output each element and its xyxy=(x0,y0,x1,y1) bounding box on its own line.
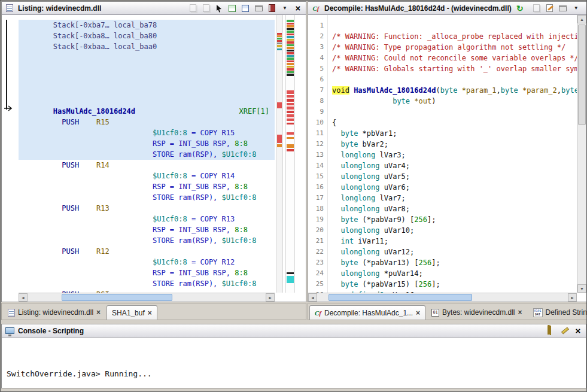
scroll-lock-icon[interactable] xyxy=(547,326,556,336)
marker-margin[interactable] xyxy=(276,15,283,293)
overview-marker[interactable] xyxy=(287,34,294,35)
overview-marker[interactable] xyxy=(287,68,294,71)
decompiler-line[interactable]: /* WARNING: Function: _alloca_probe repl… xyxy=(332,31,577,42)
printer-icon[interactable] xyxy=(254,4,263,13)
listing-line[interactable]: RSP = INT_SUB RSP, 8:8 xyxy=(19,268,275,278)
overview-marker[interactable] xyxy=(277,35,282,37)
listing-line[interactable]: PUSH R15 xyxy=(19,117,275,127)
overview-marker[interactable] xyxy=(277,102,282,108)
decompiler-line[interactable]: /* WARNING: Globals starting with '_' ov… xyxy=(332,63,577,74)
listing-line[interactable]: STORE ram(RSP), $U1cf0:8 xyxy=(19,192,275,203)
snapshot-view-icon[interactable] xyxy=(241,4,250,13)
decompiler-line[interactable]: longlong lVar7; xyxy=(332,193,577,203)
overview-marker[interactable] xyxy=(277,144,282,147)
dropdown-icon[interactable]: ▼ xyxy=(280,4,290,13)
decompiler-vscrollbar[interactable]: ▲ ▼ xyxy=(577,15,586,293)
scroll-left-icon[interactable]: ◄ xyxy=(19,293,28,302)
book-toc-icon[interactable] xyxy=(267,4,276,13)
scroll-left-icon[interactable]: ◄ xyxy=(308,293,317,302)
tab-close-icon[interactable]: × xyxy=(416,309,420,317)
edit-icon[interactable] xyxy=(545,4,555,13)
listing-line[interactable]: Stack[-0xbaa… local_baa0 xyxy=(19,41,275,52)
decompiler-line[interactable]: ulonglong uVar8; xyxy=(332,203,577,214)
listing-view[interactable]: Stack[-0xba7… local_ba78 Stack[-0xba8… l… xyxy=(2,15,306,293)
tab-sha1-buf[interactable]: SHA1_buf × xyxy=(107,305,157,320)
decompiler-line[interactable]: byte *out) xyxy=(332,96,577,107)
copy-icon[interactable] xyxy=(532,4,542,13)
overview-marker[interactable] xyxy=(287,103,294,105)
overview-marker[interactable] xyxy=(287,276,294,283)
tab-defined-strings[interactable]: 0101DAT Defined Strin xyxy=(528,305,587,320)
decompiler-line[interactable]: int iVar11; xyxy=(332,236,577,247)
overview-marker[interactable] xyxy=(287,25,294,28)
overview-marker[interactable] xyxy=(287,149,294,151)
listing-line[interactable]: STORE ram(RSP), $U1cf0:8 xyxy=(19,149,275,160)
close-icon[interactable]: × xyxy=(573,326,583,336)
tab-listing[interactable]: Listing: widevinecdm.dll × xyxy=(3,305,105,320)
scroll-down-icon[interactable]: ▼ xyxy=(577,284,586,293)
overview-marker[interactable] xyxy=(287,107,294,110)
decompiler-line[interactable] xyxy=(332,107,577,117)
listing-line[interactable]: RSP = INT_SUB RSP, 8:8 xyxy=(19,138,275,149)
decompiler-line[interactable]: ulonglong uVar12; xyxy=(332,247,577,257)
listing-line[interactable]: $U1cf0:8 = COPY R15 xyxy=(19,127,275,138)
overview-marker[interactable] xyxy=(277,42,282,44)
listing-line[interactable]: $U1cf0:8 = COPY R14 xyxy=(19,171,275,181)
listing-line[interactable]: $U1cf0:8 = COPY R13 xyxy=(19,214,275,224)
decompiler-line[interactable]: byte (*pabVar15) [256]; xyxy=(332,279,577,290)
decompiler-line[interactable]: { xyxy=(332,117,577,128)
listing-line[interactable]: $U1cf0:8 = COPY R12 xyxy=(19,257,275,268)
clear-console-icon[interactable] xyxy=(560,326,570,336)
overview-marker[interactable] xyxy=(287,114,294,117)
overview-marker[interactable] xyxy=(287,36,294,38)
dropdown-icon[interactable]: ▼ xyxy=(571,4,581,13)
overview-marker[interactable] xyxy=(287,52,294,54)
decompiler-line[interactable]: ulonglong uVar5; xyxy=(332,171,577,182)
diff-view-icon[interactable] xyxy=(227,4,237,13)
listing-line[interactable] xyxy=(19,52,275,63)
listing-line[interactable]: PUSH R14 xyxy=(19,160,275,171)
overview-marker[interactable] xyxy=(287,132,294,135)
decompiler-line[interactable]: ulonglong uVar10; xyxy=(332,225,577,236)
overview-marker[interactable] xyxy=(287,39,294,41)
listing-line[interactable] xyxy=(19,95,275,106)
overview-marker[interactable] xyxy=(287,63,294,65)
vscroll-thumb[interactable] xyxy=(578,25,586,125)
cursor-arrow-icon[interactable] xyxy=(214,4,224,13)
overview-marker[interactable] xyxy=(287,57,294,60)
overview-marker[interactable] xyxy=(287,47,294,49)
copy-icon[interactable] xyxy=(188,4,197,13)
hscroll-thumb[interactable] xyxy=(62,294,172,301)
overview-marker[interactable] xyxy=(287,60,294,62)
tab-decompile[interactable]: Cf Decompile: HasMulAdc_1... × xyxy=(309,305,425,320)
listing-line[interactable]: Stack[-0xba7… local_ba78 xyxy=(19,20,275,31)
scroll-right-icon[interactable]: ► xyxy=(568,293,577,302)
close-icon[interactable]: × xyxy=(585,4,586,13)
overview-marker[interactable] xyxy=(277,135,282,143)
listing-line[interactable]: RSP = INT_SUB RSP, 8:8 xyxy=(19,224,275,235)
listing-hscrollbar[interactable]: ◄ ► xyxy=(19,293,275,302)
decompiler-line[interactable] xyxy=(332,74,577,85)
overview-marker[interactable] xyxy=(287,28,294,30)
overview-marker[interactable] xyxy=(287,66,294,68)
scroll-right-icon[interactable]: ► xyxy=(266,293,275,302)
listing-code[interactable]: Stack[-0xba7… local_ba78 Stack[-0xba8… l… xyxy=(19,20,275,293)
tab-close-icon[interactable]: × xyxy=(518,308,522,317)
scroll-up-icon[interactable]: ▲ xyxy=(577,15,586,23)
decompiler-line[interactable]: byte (*pabVar13) [256]; xyxy=(332,257,577,268)
tab-close-icon[interactable]: × xyxy=(148,309,152,317)
decompiler-line[interactable]: void HasMulAdc_18016d24d(byte *param_1,b… xyxy=(332,85,577,96)
decompiler-line[interactable]: ulonglong uVar6; xyxy=(332,182,577,193)
decompiler-code[interactable]: /* WARNING: Function: _alloca_probe repl… xyxy=(329,15,577,293)
listing-line[interactable]: PUSH R12 xyxy=(19,246,275,257)
overview-marker[interactable] xyxy=(277,48,282,50)
tab-bytes[interactable]: 01 Bytes: widevinecdm.dll × xyxy=(427,305,527,320)
listing-line[interactable]: HasMulAdc_18016d24d XREF[1] xyxy=(19,106,275,117)
overview-marker[interactable] xyxy=(287,44,294,46)
overview-marker[interactable] xyxy=(287,123,294,124)
overview-marker[interactable] xyxy=(287,90,294,94)
listing-line[interactable]: Stack[-0xba8… local_ba80 xyxy=(19,31,275,41)
listing-line[interactable] xyxy=(19,74,275,84)
overview-marker[interactable] xyxy=(287,50,294,51)
decompiler-line[interactable]: byte *pbVar1; xyxy=(332,128,577,139)
